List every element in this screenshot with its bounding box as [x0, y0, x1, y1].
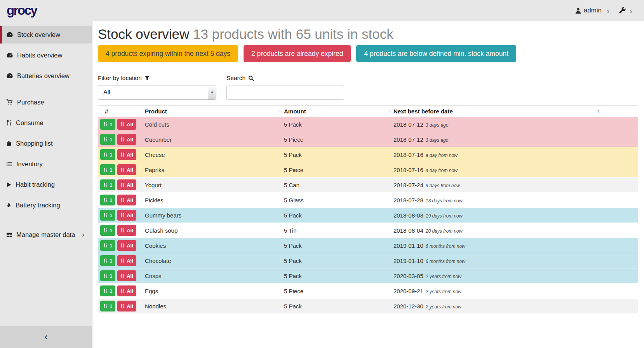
product-amount: 5 Can	[284, 182, 393, 188]
consume-one-button[interactable]: 1	[100, 195, 115, 205]
sidebar-item-shopping-list[interactable]: Shopping list	[0, 134, 92, 152]
consume-all-button[interactable]: All	[117, 301, 136, 311]
consume-all-button[interactable]: All	[117, 164, 136, 175]
column-header-product[interactable]: Product ↑↓	[138, 106, 284, 117]
product-name: Pickles	[138, 197, 284, 204]
wrench-icon[interactable]	[619, 7, 626, 14]
table-row: 1 All Yogurt 5 Can 2018-07-249 days from…	[98, 177, 638, 192]
sidebar-item-batteries-overview[interactable]: Batteries overview	[0, 67, 92, 85]
sidebar-item-stock-overview[interactable]: Stock overview	[0, 26, 92, 44]
column-header-date[interactable]: Next best before date ↑↓	[393, 106, 638, 117]
best-before-date: 2019-01-10	[393, 258, 423, 264]
utensils-icon	[120, 273, 125, 278]
consume-all-button[interactable]: All	[117, 179, 136, 190]
row-actions: 1 All	[98, 285, 138, 296]
utensils-icon	[103, 213, 108, 218]
consume-all-button[interactable]: All	[117, 210, 136, 221]
table-row: 1 All Gummy bears 5 Pack 2018-08-0319 da…	[98, 207, 638, 223]
sort-icon-active[interactable]: ↑↓	[597, 108, 600, 114]
product-amount: 5 Pack	[284, 303, 393, 310]
column-header-num[interactable]: #	[98, 106, 138, 117]
cart-icon	[6, 99, 13, 105]
page-title: Stock overview 13 products with 65 units…	[98, 26, 638, 42]
consume-one-button[interactable]: 1	[100, 301, 115, 311]
location-select[interactable]: All ▼	[98, 85, 216, 100]
consume-one-button[interactable]: 1	[100, 164, 115, 175]
row-actions: 1 All	[98, 134, 138, 145]
consume-all-button[interactable]: All	[117, 225, 136, 236]
chevron-right-icon: ›	[82, 230, 84, 239]
sidebar-item-habits-overview[interactable]: Habits overview	[0, 46, 92, 64]
utensils-icon	[120, 152, 125, 157]
sidebar-item-manage-master-data[interactable]: Manage master data ›	[0, 226, 92, 244]
consume-all-label: All	[127, 137, 133, 143]
sidebar-item-habit-tracking[interactable]: Habit tracking	[0, 176, 92, 193]
consume-one-button[interactable]: 1	[100, 119, 115, 130]
best-before-date: 2018-08-04	[393, 227, 423, 234]
select-dropdown-arrow-icon[interactable]: ▼	[208, 85, 216, 99]
row-actions: 1 All	[98, 164, 138, 175]
consume-all-button[interactable]: All	[117, 240, 136, 251]
play-icon	[6, 182, 12, 188]
best-before-date: 2018-07-24	[393, 182, 423, 188]
best-before-relative: 3 days ago	[426, 137, 449, 143]
sidebar-item-label: Battery tracking	[16, 202, 60, 209]
consume-all-button[interactable]: All	[117, 134, 136, 145]
utensils-icon	[103, 289, 108, 293]
row-actions: 1 All	[98, 195, 138, 205]
search-label-text: Search	[226, 75, 245, 82]
best-before-cell: 2020-09-212 years from now	[393, 288, 638, 294]
user-icon	[575, 7, 581, 14]
sidebar-item-inventory[interactable]: Inventory	[0, 155, 92, 173]
consume-one-button[interactable]: 1	[100, 270, 115, 281]
sort-icon[interactable]: ↑↓	[278, 108, 282, 114]
chevron-right-icon[interactable]: ›	[630, 7, 632, 15]
sidebar-item-consume[interactable]: Consume	[0, 114, 92, 132]
consume-all-button[interactable]: All	[117, 149, 136, 160]
consume-all-label: All	[127, 228, 133, 233]
consume-one-label: 1	[110, 288, 112, 294]
utensils-icon	[120, 213, 125, 218]
table-row: 1 All Gulash soup 5 Tin 2018-08-0420 day…	[98, 223, 638, 238]
consume-one-button[interactable]: 1	[100, 179, 115, 190]
app-logo[interactable]: grocy	[7, 3, 37, 18]
consume-one-button[interactable]: 1	[100, 240, 115, 251]
sort-icon[interactable]: ↑↓	[388, 108, 391, 114]
table-header: # Product ↑↓ Amount ↑↓ Next best before …	[98, 105, 638, 117]
sidebar-item-purchase[interactable]: Purchase	[0, 93, 92, 111]
consume-all-label: All	[127, 182, 133, 188]
sidebar-collapse-button[interactable]: ‹	[0, 326, 92, 348]
product-amount: 5 Pack	[284, 273, 393, 279]
table-row: 1 All Eggs 5 Piece 2020-09-212 years fro…	[98, 283, 638, 298]
consume-one-button[interactable]: 1	[100, 134, 115, 145]
consume-all-button[interactable]: All	[117, 119, 136, 130]
table-row: 1 All Cucumber 5 Piece 2018-07-123 days …	[98, 132, 638, 147]
gauge-icon	[6, 52, 13, 58]
consume-one-button[interactable]: 1	[100, 285, 115, 296]
consume-one-button[interactable]: 1	[100, 225, 115, 236]
consume-one-button[interactable]: 1	[100, 210, 115, 221]
chevron-right-icon[interactable]: ›	[607, 7, 609, 15]
row-actions: 1 All	[98, 179, 138, 190]
search-input[interactable]	[226, 85, 344, 100]
best-before-date: 2018-07-28	[393, 197, 423, 204]
page-title-text: Stock overview	[98, 26, 189, 42]
location-filter-label-text: Filter by location	[98, 75, 142, 82]
row-actions: 1 All	[98, 225, 138, 236]
sidebar-item-battery-tracking[interactable]: Battery tracking	[0, 196, 92, 214]
consume-all-label: All	[127, 152, 133, 158]
best-before-cell: 2018-07-2813 days from now	[393, 197, 638, 204]
user-menu[interactable]: admin	[584, 7, 602, 14]
product-amount: 5 Pack	[284, 121, 393, 128]
best-before-relative: 2 years from now	[426, 304, 461, 310]
consume-all-button[interactable]: All	[117, 195, 136, 205]
consume-all-button[interactable]: All	[117, 270, 136, 281]
row-actions: 1 All	[98, 270, 138, 281]
best-before-cell: 2018-07-16a day from now	[393, 151, 638, 158]
consume-all-button[interactable]: All	[117, 255, 136, 266]
consume-one-button[interactable]: 1	[100, 255, 115, 266]
consume-all-button[interactable]: All	[117, 285, 136, 296]
column-header-amount[interactable]: Amount ↑↓	[284, 106, 393, 117]
product-amount: 5 Tin	[284, 227, 393, 234]
consume-one-button[interactable]: 1	[100, 149, 115, 160]
